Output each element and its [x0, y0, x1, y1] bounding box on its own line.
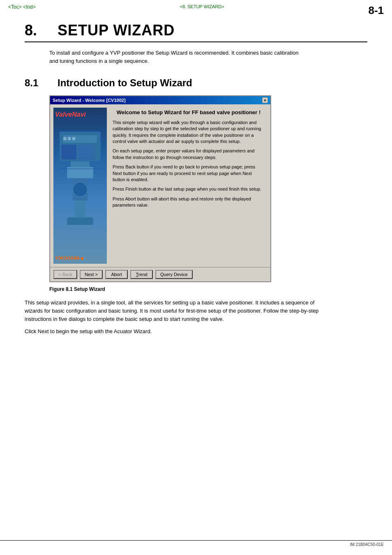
dialog-content-panel: Welcome to Setup Wizard for FF based val… [110, 108, 267, 264]
dialog-footer: < Back Next > Abort Trend Query Device [50, 267, 270, 281]
svg-point-7 [73, 182, 88, 197]
dialog-para-4: Press Finish button at the last setup pa… [113, 186, 265, 192]
page-footer: IM 21B04C50-01E [0, 540, 392, 547]
dialog-title: Setup Wizard - Welcome [CV1002] [53, 98, 126, 103]
back-button[interactable]: < Back [53, 270, 77, 279]
dialog-close-button[interactable]: × [262, 97, 268, 103]
valvenavi-logo: ValveNavi [55, 111, 86, 118]
dialog-para-3: Press Back button if you need to go back… [113, 164, 265, 183]
intro-paragraph: To install and configure a YVP positione… [49, 49, 304, 65]
nav-chapter-ref: <8. SETUP WIZARD> [180, 4, 224, 17]
section-number: 8.1 [25, 77, 58, 89]
trend-button[interactable]: Trend [130, 270, 153, 279]
valve-illustration [53, 124, 107, 247]
abort-button[interactable]: Abort [105, 270, 128, 279]
page-reference: IM 21B04C50-01E [350, 542, 384, 547]
page-number-top: 8-1 [368, 4, 384, 17]
svg-rect-12 [72, 137, 75, 140]
svg-rect-11 [68, 137, 71, 140]
setup-wizard-dialog: Setup Wizard - Welcome [CV1002] × ValveN… [49, 95, 271, 282]
svg-rect-4 [71, 161, 89, 167]
svg-rect-10 [63, 137, 66, 140]
next-button[interactable]: Next > [80, 270, 103, 279]
section-title: Introduction to Setup Wizard [58, 77, 192, 89]
yokogawa-logo: YOKOGAWA ◆ [55, 256, 84, 260]
body-paragraph-1: This setup wizard provides, in a single … [25, 299, 321, 323]
svg-rect-3 [78, 145, 95, 159]
dialog-para-5: Press Abort button will abort this setup… [113, 196, 265, 209]
dialog-welcome-title: Welcome to Setup Wizard for FF based val… [113, 109, 265, 116]
chapter-number: 8. [25, 22, 49, 39]
figure-caption: Figure 8.1 Setup Wizard [49, 286, 367, 292]
query-device-button[interactable]: Query Device [155, 270, 193, 279]
nav-toc-ind[interactable]: <Toc> <Ind> [8, 4, 36, 17]
dialog-para-1: This simple setup wizard will walk you t… [113, 120, 265, 145]
body-paragraph-2: Click Next to begin the setup with the A… [25, 327, 321, 336]
svg-rect-9 [67, 217, 93, 225]
svg-rect-8 [74, 200, 85, 219]
chapter-title: SETUP WIZARD [58, 22, 175, 39]
svg-rect-2 [62, 145, 76, 159]
dialog-para-2: On each setup page, enter proper values … [113, 148, 265, 161]
dialog-logo-panel: ValveNavi [53, 108, 107, 264]
